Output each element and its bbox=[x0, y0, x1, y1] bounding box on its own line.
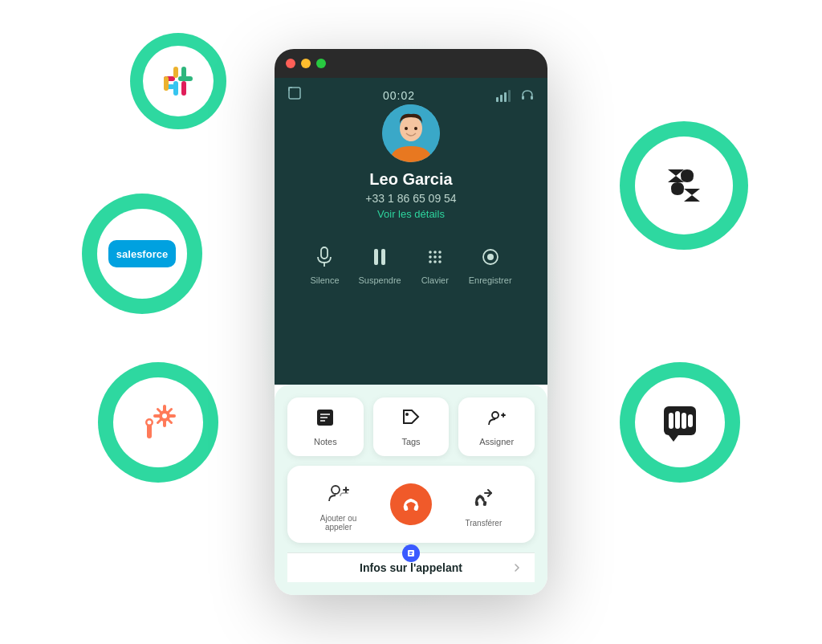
svg-point-37 bbox=[414, 127, 417, 130]
svg-rect-7 bbox=[164, 76, 169, 91]
intercom-bubble-inner bbox=[635, 377, 725, 467]
svg-rect-40 bbox=[374, 249, 378, 265]
assign-label: Assigner bbox=[479, 437, 514, 446]
svg-rect-69 bbox=[408, 550, 414, 556]
svg-point-57 bbox=[405, 413, 409, 416]
pause-icon bbox=[365, 243, 394, 271]
phone-window: 00:02 bbox=[275, 49, 547, 595]
svg-line-14 bbox=[158, 410, 161, 413]
caller-info-badge bbox=[402, 544, 420, 562]
silence-label: Silence bbox=[310, 275, 339, 285]
intercom-icon bbox=[657, 400, 702, 445]
svg-point-47 bbox=[438, 255, 442, 259]
caller-info-bar[interactable]: Infos sur l'appelant bbox=[287, 552, 535, 582]
svg-point-44 bbox=[438, 251, 442, 254]
call-header: 00:02 bbox=[275, 78, 547, 104]
title-bar bbox=[275, 49, 547, 78]
svg-rect-5 bbox=[173, 81, 178, 96]
slack-icon bbox=[159, 62, 197, 100]
hubspot-bubble bbox=[98, 362, 218, 483]
keyboard-button[interactable]: Clavier bbox=[421, 243, 450, 285]
hangup-button[interactable] bbox=[390, 483, 432, 525]
svg-point-49 bbox=[433, 260, 437, 263]
svg-rect-30 bbox=[504, 92, 507, 102]
caller-details-link[interactable]: Voir les détails bbox=[377, 208, 445, 220]
svg-rect-3 bbox=[173, 67, 178, 78]
traffic-light-green[interactable] bbox=[316, 59, 326, 68]
tags-icon bbox=[401, 407, 421, 432]
expand-icon[interactable] bbox=[287, 86, 302, 104]
svg-line-16 bbox=[158, 420, 161, 423]
svg-rect-28 bbox=[496, 97, 498, 102]
record-icon bbox=[476, 243, 505, 271]
svg-point-9 bbox=[162, 414, 167, 418]
svg-point-50 bbox=[438, 260, 442, 263]
hubspot-bubble-inner bbox=[113, 377, 203, 467]
zendesk-bubble bbox=[620, 121, 748, 250]
svg-point-35 bbox=[400, 116, 422, 141]
svg-point-43 bbox=[433, 251, 437, 254]
add-call-label: Ajouter ouappeler bbox=[320, 514, 357, 532]
svg-rect-25 bbox=[688, 414, 693, 427]
svg-point-20 bbox=[148, 421, 152, 425]
notes-label: Notes bbox=[314, 437, 337, 446]
svg-rect-29 bbox=[500, 95, 503, 102]
caller-info-label: Infos sur l'appelant bbox=[360, 561, 462, 574]
keyboard-icon bbox=[421, 243, 450, 271]
caller-number: +33 1 86 65 09 54 bbox=[365, 192, 456, 205]
intercom-bubble bbox=[620, 362, 740, 483]
chevron-right-icon bbox=[511, 561, 523, 574]
assign-icon bbox=[486, 407, 507, 432]
svg-point-61 bbox=[332, 486, 340, 494]
svg-rect-33 bbox=[531, 96, 533, 100]
traffic-light-red[interactable] bbox=[286, 59, 295, 68]
svg-point-36 bbox=[405, 127, 408, 130]
assign-button[interactable]: Assigner bbox=[458, 397, 535, 456]
add-call-button[interactable]: Ajouter ouappeler bbox=[320, 477, 357, 532]
signal-icon bbox=[496, 89, 511, 102]
scene: salesforce bbox=[50, 17, 772, 627]
avatar bbox=[382, 104, 440, 162]
svg-point-48 bbox=[429, 260, 432, 263]
svg-rect-66 bbox=[475, 500, 479, 506]
bottom-area: Notes Tags bbox=[275, 385, 547, 595]
zendesk-bubble-inner bbox=[635, 137, 733, 234]
svg-point-52 bbox=[487, 254, 494, 260]
svg-line-15 bbox=[169, 420, 172, 423]
slack-bubble bbox=[130, 33, 226, 129]
svg-point-46 bbox=[433, 255, 437, 259]
transfer-label: Transférer bbox=[465, 519, 502, 528]
tags-label: Tags bbox=[401, 437, 420, 446]
svg-rect-70 bbox=[409, 552, 413, 553]
transfer-button[interactable]: Transférer bbox=[465, 482, 502, 528]
microphone-icon bbox=[310, 243, 339, 271]
silence-button[interactable]: Silence bbox=[310, 243, 339, 285]
suspend-button[interactable]: Suspendre bbox=[359, 243, 401, 285]
tags-button[interactable]: Tags bbox=[373, 397, 450, 456]
record-button[interactable]: Enregistrer bbox=[469, 243, 512, 285]
notes-icon bbox=[315, 407, 336, 432]
transfer-icon bbox=[467, 482, 499, 514]
salesforce-bubble: salesforce bbox=[82, 194, 202, 314]
avatar-svg bbox=[382, 104, 440, 162]
action-row: Silence Suspendre bbox=[297, 243, 524, 285]
call-area: 00:02 bbox=[275, 78, 547, 385]
svg-point-45 bbox=[429, 255, 432, 259]
notes-button[interactable]: Notes bbox=[287, 397, 364, 456]
svg-rect-71 bbox=[409, 554, 412, 556]
salesforce-logo: salesforce bbox=[108, 240, 176, 267]
header-icons-right bbox=[496, 88, 535, 103]
svg-point-42 bbox=[429, 251, 432, 254]
svg-rect-2 bbox=[181, 67, 186, 78]
svg-rect-31 bbox=[508, 90, 511, 102]
svg-rect-4 bbox=[181, 81, 186, 96]
caller-name: Leo Garcia bbox=[369, 170, 452, 189]
traffic-light-yellow[interactable] bbox=[301, 59, 311, 68]
call-timer: 00:02 bbox=[383, 89, 415, 102]
svg-rect-32 bbox=[522, 96, 524, 100]
hangup-icon bbox=[401, 494, 421, 515]
zendesk-icon bbox=[660, 161, 708, 210]
svg-rect-41 bbox=[381, 249, 385, 265]
add-call-icon bbox=[323, 477, 355, 509]
record-label: Enregistrer bbox=[469, 275, 512, 285]
